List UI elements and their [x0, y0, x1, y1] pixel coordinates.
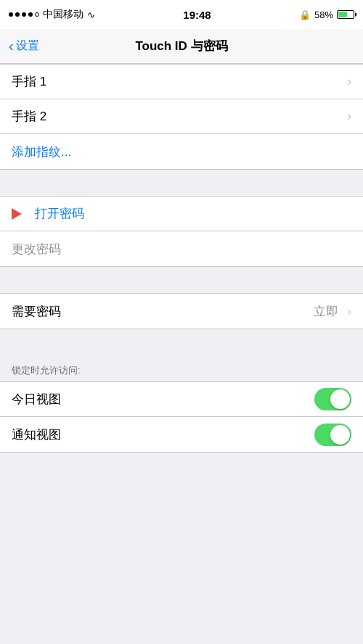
battery-label: 58% [314, 9, 333, 20]
notification-view-toggle[interactable] [314, 424, 351, 446]
fingerprint-group: 手指 1 › 手指 2 › 添加指纹... [0, 64, 363, 170]
back-label: 设置 [16, 38, 39, 54]
today-view-cell[interactable]: 今日视图 [0, 382, 363, 417]
finger1-cell[interactable]: 手指 1 › [0, 65, 363, 99]
require-passcode-value: 立即 [314, 303, 338, 320]
nav-bar: ‹ 设置 Touch ID 与密码 [0, 29, 363, 64]
add-fingerprint-cell[interactable]: 添加指纹... [0, 134, 363, 169]
signal-dots [9, 12, 39, 17]
notification-view-label: 通知视图 [12, 426, 61, 443]
finger1-chevron-icon: › [347, 74, 351, 89]
finger2-cell[interactable]: 手指 2 › [0, 99, 363, 134]
finger2-chevron-icon: › [347, 109, 351, 124]
divider-3 [0, 329, 363, 355]
finger1-label: 手指 1 [12, 73, 46, 90]
back-button[interactable]: ‹ 设置 [0, 38, 48, 54]
passcode-section: 打开密码 更改密码 [0, 196, 363, 267]
require-passcode-chevron-icon: › [347, 304, 351, 319]
turn-on-passcode-cell[interactable]: 打开密码 [0, 197, 363, 231]
notification-view-cell[interactable]: 通知视图 [0, 417, 363, 452]
lock-screen-header: 锁定时允许访问: [0, 355, 363, 381]
lock-screen-section: 锁定时允许访问: 今日视图 通知视图 [0, 355, 363, 453]
wifi-icon: ∿ [87, 9, 95, 20]
notification-view-toggle-knob [330, 425, 350, 445]
lock-icon: 🔒 [299, 9, 311, 20]
require-passcode-section: 需要密码 立即 › [0, 293, 363, 329]
today-view-label: 今日视图 [12, 391, 61, 408]
today-view-toggle-knob [330, 389, 350, 409]
require-passcode-label: 需要密码 [12, 303, 61, 320]
finger2-label: 手指 2 [12, 108, 46, 125]
change-passcode-label: 更改密码 [12, 241, 61, 257]
time-label: 19:48 [183, 9, 211, 21]
lock-screen-group: 今日视图 通知视图 [0, 381, 363, 453]
turn-on-passcode-label: 打开密码 [35, 205, 84, 222]
status-bar: 中国移动 ∿ 19:48 🔒 58% [0, 0, 363, 29]
fingerprint-section: 手指 1 › 手指 2 › 添加指纹... [0, 64, 363, 170]
back-chevron-icon: ‹ [9, 38, 14, 54]
status-right: 🔒 58% [299, 9, 354, 20]
add-fingerprint-label: 添加指纹... [12, 144, 71, 160]
red-arrow-icon [12, 208, 22, 220]
passcode-group: 打开密码 更改密码 [0, 196, 363, 267]
carrier-label: 中国移动 [43, 8, 83, 21]
require-passcode-group: 需要密码 立即 › [0, 293, 363, 329]
content-area: 手指 1 › 手指 2 › 添加指纹... 打开密码 [0, 64, 363, 644]
nav-title: Touch ID 与密码 [135, 38, 227, 54]
divider-2 [0, 267, 363, 293]
battery-indicator [337, 10, 354, 19]
divider-1 [0, 170, 363, 196]
require-passcode-cell[interactable]: 需要密码 立即 › [0, 294, 363, 329]
today-view-toggle[interactable] [314, 388, 351, 410]
change-passcode-cell[interactable]: 更改密码 [0, 231, 363, 266]
status-left: 中国移动 ∿ [9, 8, 95, 21]
